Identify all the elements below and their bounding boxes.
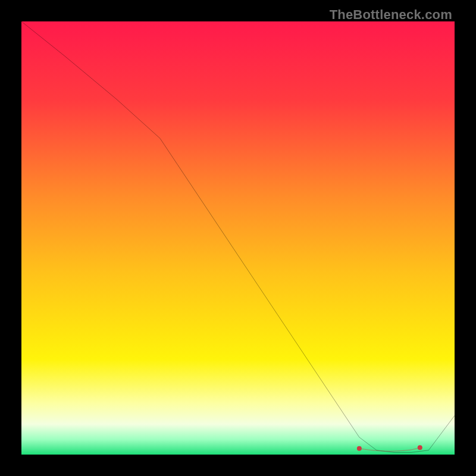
chart-svg — [21, 21, 455, 455]
svg-point-1 — [357, 446, 362, 451]
watermark-text: TheBottleneck.com — [330, 7, 452, 23]
chart-frame: TheBottleneck.com — [0, 0, 476, 476]
optimal-range — [357, 445, 422, 451]
svg-point-2 — [418, 445, 422, 450]
bottleneck-curve — [21, 21, 455, 452]
plot-area — [21, 21, 455, 455]
